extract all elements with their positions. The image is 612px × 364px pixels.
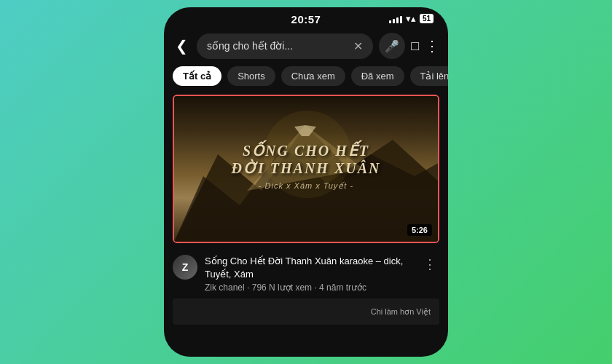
status-icons: ▾▴ 51 xyxy=(389,13,434,24)
video-thumbnail: Sống Cho HếtĐời Thanh Xuân - Dick x Xám … xyxy=(174,96,438,242)
search-text: sống cho hết đời... xyxy=(207,40,348,52)
cast-button[interactable]: □ xyxy=(411,39,419,54)
battery-indicator: 51 xyxy=(420,14,434,23)
video-more-button[interactable]: ⋮ xyxy=(420,255,439,274)
view-count: 796 N lượt xem xyxy=(252,282,312,293)
signal-icon xyxy=(389,15,402,23)
video-title: Sống Cho Hết Đời Thanh Xuân karaoke – di… xyxy=(205,255,413,280)
tab-da-xem[interactable]: Đã xem xyxy=(351,66,404,86)
tab-shorts[interactable]: Shorts xyxy=(227,66,275,86)
channel-avatar[interactable]: Z xyxy=(173,255,197,280)
tab-chua-xem[interactable]: Chưa xem xyxy=(281,66,345,86)
mic-button[interactable]: 🎤 xyxy=(379,33,405,59)
status-bar: 20:57 ▾▴ 51 xyxy=(164,7,448,28)
clear-button[interactable]: ✕ xyxy=(353,39,363,53)
channel-name: Zik chanel xyxy=(205,282,245,293)
duration-badge: 5:26 xyxy=(407,224,432,236)
wifi-icon: ▾▴ xyxy=(406,13,416,24)
avatar-letter: Z xyxy=(182,261,189,273)
tab-tat-ca[interactable]: Tất cả xyxy=(173,66,221,86)
search-bar: ❮ sống cho hết đời... ✕ 🎤 □ ⋮ xyxy=(164,28,448,63)
video-channel-info: Zik chanel · 796 N lượt xem · 4 năm trướ… xyxy=(205,282,413,293)
mic-icon: 🎤 xyxy=(385,39,399,53)
filter-tabs: Tất cả Shorts Chưa xem Đã xem Tải lên xyxy=(164,63,448,89)
video-info-row: Z Sống Cho Hết Đời Thanh Xuân karaoke – … xyxy=(164,249,448,298)
thumbnail-title-overlay: Sống Cho HếtĐời Thanh Xuân - Dick x Xám … xyxy=(187,142,425,191)
back-button[interactable]: ❮ xyxy=(173,34,191,58)
video-thumbnail-container[interactable]: Sống Cho HếtĐời Thanh Xuân - Dick x Xám … xyxy=(173,95,439,243)
tab-tai-len[interactable]: Tải lên xyxy=(410,66,448,86)
search-input-wrap[interactable]: sống cho hết đời... ✕ xyxy=(197,33,373,59)
phone-frame: 20:57 ▾▴ 51 ❮ sống cho hết đời... ✕ 🎤 □ … xyxy=(164,7,448,357)
thumbnail-main-title: Sống Cho HếtĐời Thanh Xuân xyxy=(187,142,425,177)
next-video-text: Chi làm hơn Việt xyxy=(371,307,431,317)
more-options-button[interactable]: ⋮ xyxy=(425,37,439,55)
upload-time: 4 năm trước xyxy=(319,282,366,293)
next-video-teaser: Chi làm hơn Việt xyxy=(173,298,439,325)
status-time: 20:57 xyxy=(291,13,321,25)
video-metadata: Sống Cho Hết Đời Thanh Xuân karaoke – di… xyxy=(205,255,413,293)
thumbnail-artists: - Dick x Xám x Tuyết - xyxy=(187,181,425,191)
